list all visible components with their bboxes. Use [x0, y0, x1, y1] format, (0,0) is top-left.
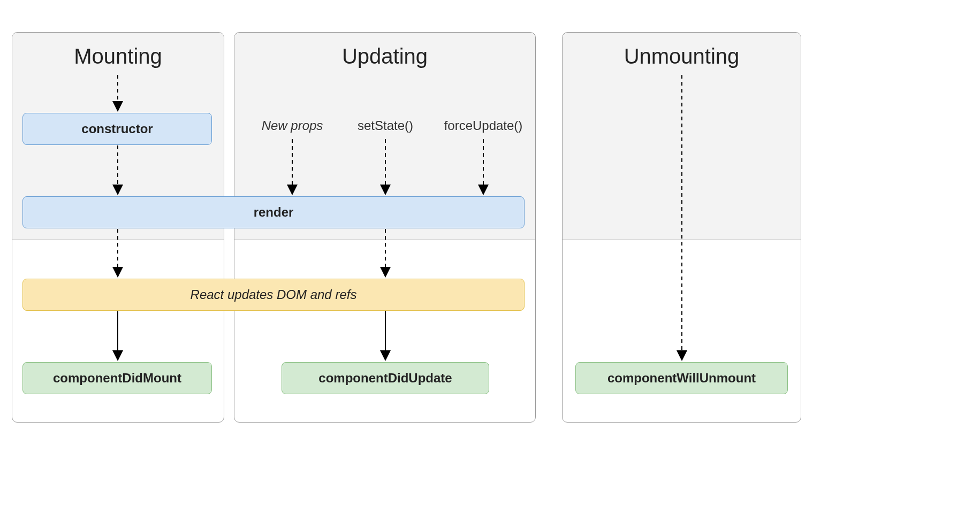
unmounting-title: Unmounting — [563, 44, 801, 68]
constructor-box[interactable]: constructor — [22, 113, 212, 145]
component-did-update-box[interactable]: componentDidUpdate — [282, 362, 489, 394]
trigger-new-props: New props — [260, 118, 324, 133]
updating-title: Updating — [234, 44, 535, 68]
trigger-set-state: setState() — [356, 118, 415, 133]
trigger-force-update: forceUpdate() — [443, 118, 523, 133]
render-box[interactable]: render — [22, 196, 525, 228]
lifecycle-diagram: Mounting Updating Unmounting constructor… — [0, 0, 980, 514]
mounting-title: Mounting — [12, 44, 224, 68]
dom-update-box: React updates DOM and refs — [22, 279, 525, 311]
component-did-mount-box[interactable]: componentDidMount — [22, 362, 212, 394]
component-will-unmount-box[interactable]: componentWillUnmount — [575, 362, 788, 394]
